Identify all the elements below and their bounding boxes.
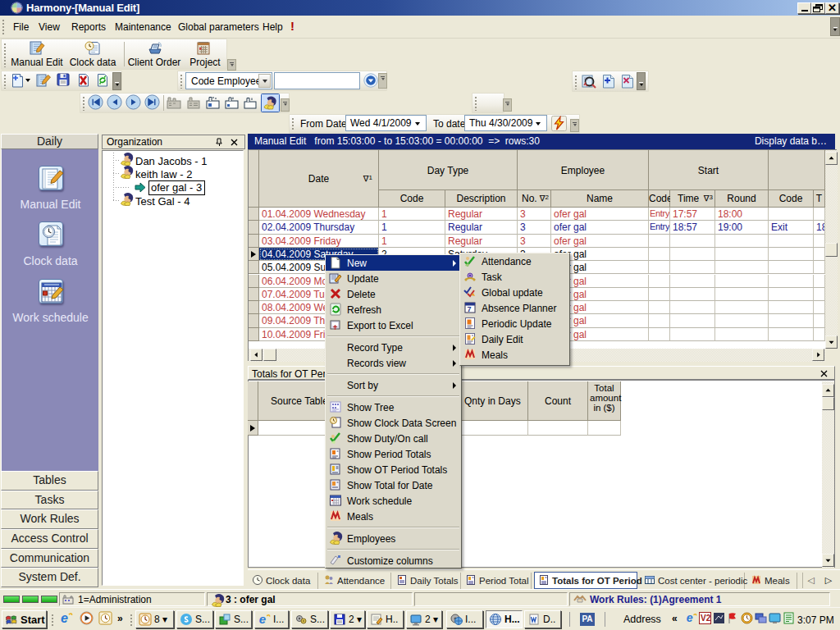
svg-text:V2: V2 (701, 614, 711, 623)
svg-text:e: e (61, 611, 68, 625)
svg-text:e: e (687, 612, 693, 624)
svg-text:7: 7 (468, 305, 472, 313)
svg-text:e: e (259, 613, 266, 626)
